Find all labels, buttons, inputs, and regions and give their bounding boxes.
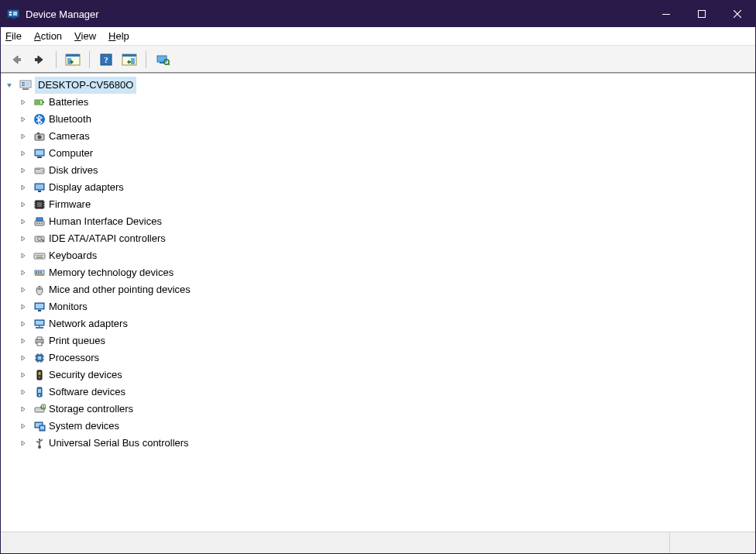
expander-icon[interactable] bbox=[19, 337, 32, 345]
maximize-button[interactable] bbox=[684, 1, 720, 27]
window: Device Manager File Action View Help ? D… bbox=[0, 0, 756, 554]
expander-icon[interactable] bbox=[19, 303, 32, 311]
tree-node[interactable]: Cameras bbox=[1, 128, 755, 145]
tree-node[interactable]: Print queues bbox=[1, 332, 755, 349]
tree-node[interactable]: Disk drives bbox=[1, 162, 755, 179]
tree-node[interactable]: Firmware bbox=[1, 196, 755, 213]
tree-node[interactable]: Processors bbox=[1, 349, 755, 366]
tree-node[interactable]: Network adapters bbox=[1, 315, 755, 332]
tree-node[interactable]: Software devices bbox=[1, 384, 755, 401]
svg-rect-107 bbox=[35, 408, 44, 412]
svg-rect-10 bbox=[35, 58, 38, 61]
tree-node[interactable]: Monitors bbox=[1, 298, 755, 315]
svg-rect-1 bbox=[9, 12, 12, 13]
expander-icon[interactable] bbox=[19, 252, 32, 260]
svg-rect-22 bbox=[129, 61, 131, 63]
expander-icon[interactable] bbox=[19, 388, 32, 396]
statusbar-pane bbox=[670, 532, 755, 553]
storage-icon bbox=[33, 403, 46, 415]
svg-rect-38 bbox=[37, 132, 40, 134]
expander-icon[interactable] bbox=[19, 439, 32, 447]
tree-node[interactable]: IDE ATA/ATAPI controllers bbox=[1, 230, 755, 247]
tree-node[interactable]: Universal Serial Bus controllers bbox=[1, 435, 755, 452]
menu-action[interactable]: Action bbox=[34, 30, 62, 42]
expander-icon[interactable] bbox=[19, 132, 32, 140]
tree-node[interactable]: Display adapters bbox=[1, 179, 755, 196]
svg-rect-33 bbox=[43, 102, 44, 103]
security-icon bbox=[33, 369, 46, 381]
toolbar-separator bbox=[146, 51, 146, 68]
tree-node-label: Firmware bbox=[49, 196, 91, 213]
svg-rect-49 bbox=[37, 202, 42, 207]
svg-line-26 bbox=[168, 64, 170, 65]
expander-icon[interactable] bbox=[19, 167, 32, 174]
tree-node-label: Disk drives bbox=[49, 162, 98, 179]
svg-point-37 bbox=[38, 136, 42, 139]
svg-rect-74 bbox=[35, 274, 44, 276]
expander-icon[interactable] bbox=[19, 422, 32, 430]
expander-icon[interactable] bbox=[19, 115, 32, 123]
expander-icon[interactable] bbox=[19, 150, 32, 157]
expander-icon[interactable] bbox=[19, 184, 32, 191]
expander-icon[interactable] bbox=[19, 286, 32, 294]
expander-icon[interactable] bbox=[19, 218, 32, 225]
svg-point-106 bbox=[39, 394, 40, 396]
expander-icon[interactable] bbox=[19, 98, 32, 106]
expander-icon[interactable] bbox=[19, 235, 32, 243]
menu-view[interactable]: View bbox=[74, 30, 96, 42]
system-icon bbox=[33, 420, 46, 432]
svg-rect-88 bbox=[37, 337, 42, 339]
tree-node[interactable]: Bluetooth bbox=[1, 111, 755, 128]
tree-node[interactable]: Human Interface Devices bbox=[1, 213, 755, 230]
toolbar-show-hide-button[interactable] bbox=[62, 50, 84, 70]
svg-rect-102 bbox=[39, 372, 41, 375]
menu-file[interactable]: File bbox=[5, 30, 22, 42]
expander-icon[interactable] bbox=[19, 201, 32, 208]
tree-node[interactable]: Batteries bbox=[1, 94, 755, 111]
toolbar-help-button[interactable]: ? bbox=[95, 50, 117, 70]
statusbar bbox=[1, 532, 755, 553]
tree-node-label: Display adapters bbox=[49, 179, 124, 196]
tree-node[interactable]: Memory technology devices bbox=[1, 264, 755, 281]
tree-view[interactable]: DESKTOP-CV5680OBatteriesBluetoothCameras… bbox=[1, 74, 755, 532]
close-button[interactable] bbox=[720, 1, 755, 27]
svg-point-90 bbox=[42, 340, 43, 342]
tree-node[interactable]: System devices bbox=[1, 418, 755, 435]
svg-rect-89 bbox=[37, 342, 42, 346]
svg-rect-66 bbox=[39, 255, 40, 256]
svg-rect-29 bbox=[22, 84, 25, 86]
tree-node-label: Memory technology devices bbox=[49, 264, 174, 281]
svg-rect-73 bbox=[40, 271, 42, 274]
toolbar-scan-button[interactable] bbox=[152, 50, 174, 70]
toolbar-action-window-button[interactable] bbox=[119, 50, 140, 70]
tree-node[interactable]: Computer bbox=[1, 145, 755, 162]
svg-point-43 bbox=[42, 170, 43, 172]
toolbar-forward-button[interactable] bbox=[29, 50, 50, 70]
expander-icon[interactable] bbox=[19, 354, 32, 362]
tree-root-node[interactable]: DESKTOP-CV5680O bbox=[1, 77, 755, 94]
svg-rect-41 bbox=[37, 157, 42, 158]
keyboard-icon bbox=[33, 249, 46, 262]
svg-rect-34 bbox=[36, 101, 40, 104]
expander-icon[interactable] bbox=[5, 81, 18, 89]
svg-rect-92 bbox=[38, 356, 41, 360]
disk-icon bbox=[33, 164, 46, 177]
tree-node[interactable]: Keyboards bbox=[1, 247, 755, 264]
svg-rect-64 bbox=[36, 255, 37, 256]
tree-node[interactable]: Security devices bbox=[1, 366, 755, 384]
software-icon bbox=[33, 386, 46, 398]
svg-point-58 bbox=[36, 222, 38, 224]
tree-node[interactable]: Storage controllers bbox=[1, 401, 755, 418]
svg-rect-15 bbox=[70, 61, 72, 63]
expander-icon[interactable] bbox=[19, 405, 32, 413]
expander-icon[interactable] bbox=[19, 269, 32, 277]
minimize-button[interactable] bbox=[648, 1, 684, 27]
svg-rect-3 bbox=[13, 12, 17, 15]
tree-node[interactable]: Mice and other pointing devices bbox=[1, 281, 755, 298]
expander-icon[interactable] bbox=[19, 320, 32, 328]
tree-node-label: Print queues bbox=[49, 332, 105, 349]
svg-rect-44 bbox=[36, 169, 40, 170]
menu-help[interactable]: Help bbox=[108, 30, 129, 42]
expander-icon[interactable] bbox=[19, 371, 32, 379]
toolbar-back-button[interactable] bbox=[5, 50, 27, 70]
